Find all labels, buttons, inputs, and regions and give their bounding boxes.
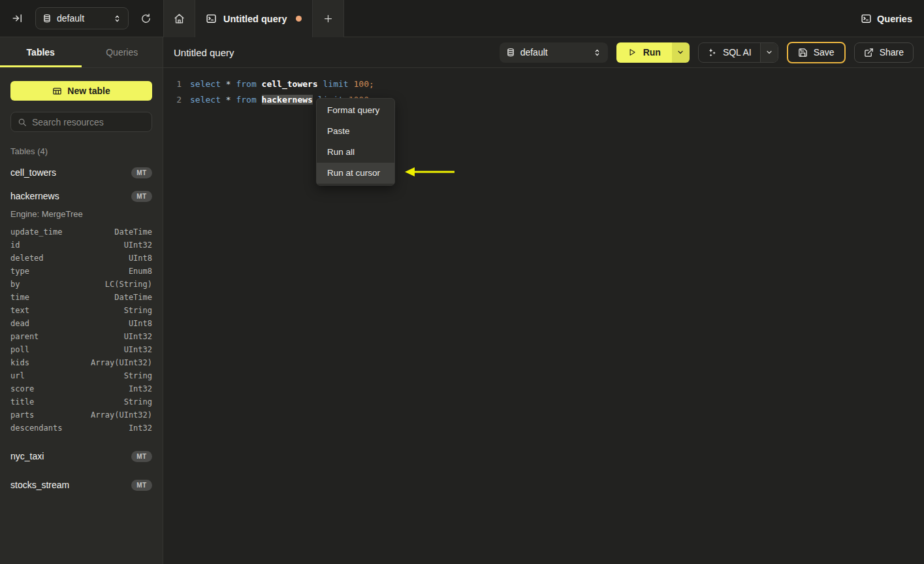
schema-row: url String [10,369,152,382]
sql-ai-button[interactable]: SQL AI [699,43,760,62]
database-selector-value: default [520,47,588,58]
chevron-updown-icon [593,48,601,57]
column-name: dead [10,319,29,328]
schema-row: deleted UInt8 [10,252,152,265]
code-token: limit [323,79,349,89]
context-menu-item[interactable]: Run at cursor [317,163,394,184]
code-token: * [226,95,236,105]
table-row-cell-towers[interactable]: cell_towers MT [10,165,152,180]
line-number: 2 [163,95,182,105]
share-button-label: Share [880,47,904,58]
column-name: deleted [10,254,44,263]
table-row-stocks-stream[interactable]: stocks_stream MT [10,478,152,492]
sidebar-tabs: Tables Queries [0,37,163,68]
database-selector[interactable]: default [500,42,608,63]
share-button[interactable]: Share [854,42,914,63]
terminal-icon [206,13,217,24]
code-token [318,79,323,89]
terminal-icon [861,13,872,24]
queries-button[interactable]: Queries [861,13,912,24]
column-name: parts [10,410,34,420]
content-area: Tables Queries New table Tables (4) cell… [0,37,924,564]
table-name: stocks_stream [10,480,69,490]
code-line-1: 1 select * from cell_towers limit 100; [163,76,924,91]
column-type: Array(UInt32) [91,410,152,420]
table-engine-label: Engine: MergeTree [10,209,152,219]
column-type: UInt32 [124,345,152,354]
column-name: time [10,293,29,302]
code-token: * [226,79,236,89]
column-name: text [10,306,29,315]
column-name: kids [10,358,29,367]
table-row-hackernews[interactable]: hackernews MT [10,189,152,203]
sql-ai-options-button[interactable] [760,43,778,62]
column-type: Int32 [129,384,152,393]
line-number: 1 [163,79,182,89]
column-name: descendants [10,423,62,433]
tables-section-label: Tables (4) [10,146,152,156]
column-name: id [10,241,20,250]
database-selector-value: default [57,13,108,24]
run-options-button[interactable] [672,42,690,63]
context-menu-item[interactable]: Run all [317,142,394,163]
schema-row: parent UInt32 [10,330,152,343]
chevron-down-icon [677,48,684,56]
sql-editor[interactable]: 1 select * from cell_towers limit 100; 2… [163,68,924,564]
new-tab-button[interactable] [313,0,344,37]
query-title: Untitled query [174,47,234,58]
home-button[interactable] [164,0,195,37]
engine-badge: MT [131,191,152,202]
main-panel: Untitled query default [163,37,924,564]
table-row-nyc-taxi[interactable]: nyc_taxi MT [10,449,152,463]
code-token: from [236,79,261,89]
save-button[interactable]: Save [787,42,846,63]
column-name: type [10,267,29,276]
column-name: update_time [10,227,62,237]
database-icon [42,14,52,23]
code-line-2: 2 select * from hackernews limit 1000 [163,91,924,107]
run-button-label: Run [643,47,661,58]
collapse-sidebar-icon [12,12,24,24]
table-name: cell_towers [10,167,56,178]
sidebar-body: New table Tables (4) cell_towers MT hack… [0,68,163,505]
column-type: String [124,371,152,380]
sidebar-tab-tables[interactable]: Tables [0,37,82,67]
schema-row: score Int32 [10,382,152,395]
sidebar-tab-queries[interactable]: Queries [82,37,163,67]
column-name: poll [10,345,29,354]
column-type: Enum8 [129,267,152,276]
context-menu-item[interactable]: Format query [317,100,394,121]
table-schema-list: update_time DateTime id UInt32 deleted U… [10,225,152,435]
engine-badge: MT [131,167,152,178]
active-tab-underline [0,65,82,67]
column-name: by [10,280,20,289]
schema-row: id UInt32 [10,239,152,252]
column-type: UInt8 [129,319,152,328]
chevron-down-icon [765,48,773,56]
tab-label: Untitled query [223,14,287,24]
column-type: LC(String) [105,280,152,289]
column-type: DateTime [114,293,152,302]
schema-row: poll UInt32 [10,343,152,356]
table-name: hackernews [10,191,59,201]
search-input[interactable] [32,117,150,127]
code-token: 100; [353,79,374,89]
schema-row: time DateTime [10,291,152,304]
share-icon [864,48,874,58]
column-type: DateTime [114,227,152,237]
new-table-button[interactable]: New table [10,81,152,101]
database-selector[interactable]: default [35,7,129,29]
table-name: nyc_taxi [10,451,44,461]
schema-row: title String [10,395,152,408]
run-button[interactable]: Run [616,42,672,63]
context-menu-item[interactable]: Paste [317,121,394,142]
schema-row: update_time DateTime [10,225,152,239]
query-tab-strip: Untitled query [163,0,344,37]
refresh-button[interactable] [138,10,154,27]
collapse-sidebar-button[interactable] [9,10,26,27]
tab-untitled-query[interactable]: Untitled query [195,0,313,37]
column-type: UInt32 [124,241,152,250]
code-token: hackernews [262,95,313,105]
schema-row: text String [10,304,152,317]
schema-row: type Enum8 [10,265,152,278]
